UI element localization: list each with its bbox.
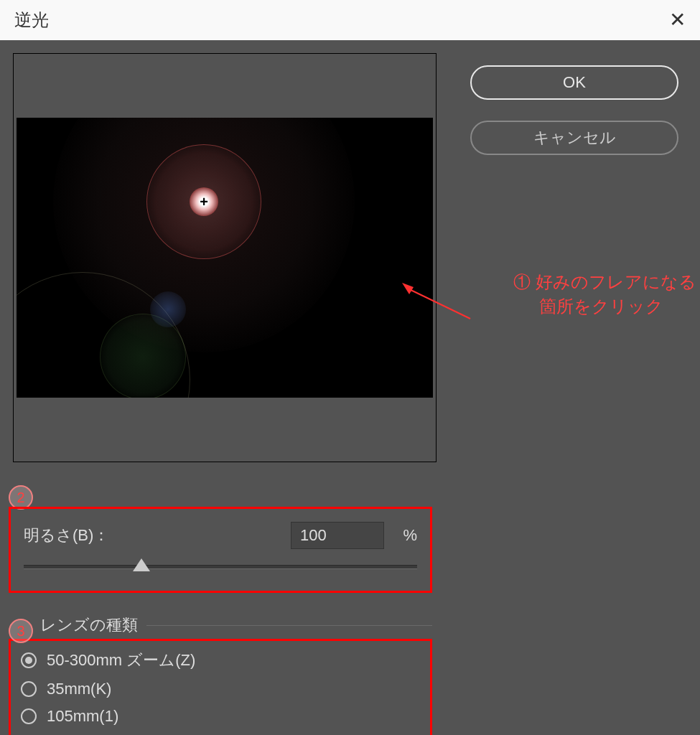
- preview-panel: +: [13, 53, 437, 462]
- flare-blue-orb: [150, 291, 186, 327]
- brightness-highlight-box: 明るさ(B)： %: [9, 507, 432, 593]
- dialog-body: + OK キャンセル ① 好みのフレアになる 箇所をクリック 2 明るさ(B)：…: [0, 40, 700, 735]
- annotation-step1-line1: ① 好みのフレアになる: [513, 270, 696, 294]
- annotation-badge-3: 3: [9, 619, 33, 643]
- brightness-label: 明るさ(B)：: [24, 525, 109, 546]
- annotation-step1: ① 好みのフレアになる 箇所をクリック: [513, 270, 696, 318]
- lens-highlight-box: 50-300mm ズーム(Z) 35mm(K) 105mm(1) ムービープライ…: [9, 639, 432, 735]
- slider-thumb-icon[interactable]: [133, 558, 150, 571]
- divider: [146, 625, 432, 626]
- annotation-badge-2: 2: [9, 485, 33, 510]
- lens-option-35mm[interactable]: 35mm(K): [14, 675, 427, 703]
- lens-option-label: 35mm(K): [47, 680, 111, 698]
- lens-type-header: レンズの種類: [9, 614, 432, 636]
- dialog-title: 逆光: [14, 9, 49, 32]
- lens-type-section: レンズの種類 50-300mm ズーム(Z) 35mm(K) 105mm(1) …: [9, 614, 432, 735]
- close-icon[interactable]: ✕: [669, 10, 686, 30]
- radio-unchecked-icon: [21, 681, 37, 697]
- brightness-row: 明るさ(B)： %: [24, 522, 417, 549]
- lens-option-label: 50-300mm ズーム(Z): [47, 650, 195, 671]
- lens-option-movie-prime[interactable]: ムービープライム(M): [14, 730, 427, 735]
- crosshair-icon[interactable]: +: [200, 194, 208, 210]
- cancel-button[interactable]: キャンセル: [470, 121, 678, 155]
- brightness-slider[interactable]: [24, 565, 417, 569]
- ok-button[interactable]: OK: [470, 65, 678, 100]
- lens-option-50-300mm[interactable]: 50-300mm ズーム(Z): [14, 645, 427, 675]
- flare-preview[interactable]: +: [17, 118, 433, 398]
- radio-checked-icon: [21, 652, 37, 668]
- radio-unchecked-icon: [21, 708, 37, 724]
- lens-option-105mm[interactable]: 105mm(1): [14, 703, 427, 730]
- title-bar: 逆光 ✕: [0, 0, 700, 40]
- annotation-step1-line2: 箇所をクリック: [513, 294, 696, 319]
- brightness-unit: %: [391, 526, 417, 545]
- lens-option-label: 105mm(1): [47, 707, 118, 726]
- lens-type-label: レンズの種類: [40, 614, 138, 636]
- brightness-section: 明るさ(B)： %: [9, 507, 432, 593]
- brightness-input[interactable]: [291, 522, 384, 549]
